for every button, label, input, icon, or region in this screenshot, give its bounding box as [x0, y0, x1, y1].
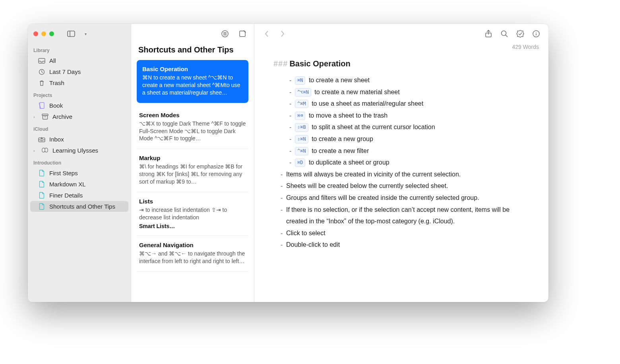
sidebar-item[interactable]: Shortcuts and Other Tips	[30, 201, 128, 212]
zoom-window-button[interactable]	[49, 31, 54, 36]
svg-rect-15	[240, 31, 245, 37]
sidebar-item-label: Trash	[49, 79, 64, 86]
sheet-card[interactable]: Basic Operation⌘N to create a new sheet …	[137, 60, 248, 103]
sidebar: ▾ LibraryAllLast 7 DaysTrashProjectsBook…	[28, 24, 131, 302]
card-title: Lists	[139, 198, 246, 205]
shortcut-item: ^⌥⌘N to create a new material sheet	[295, 86, 529, 98]
svg-line-18	[506, 35, 508, 37]
sidebar-section-label: Projects	[28, 89, 131, 100]
sidebar-menu-chevron-icon[interactable]: ▾	[81, 29, 90, 38]
svg-point-20	[536, 32, 537, 33]
window-titlebar: ▾	[28, 24, 131, 44]
toggle-sidebar-icon[interactable]	[67, 29, 76, 38]
sidebar-item[interactable]: Finer Details	[30, 190, 128, 201]
kbd-shortcut: ⌘N	[295, 76, 305, 85]
sheet-card[interactable]: Markup⌘\ for headings ⌘I for emphasize ⌘…	[137, 149, 248, 192]
sidebar-item-label: Book	[49, 102, 63, 109]
archive-icon	[41, 114, 48, 120]
minimize-window-button[interactable]	[41, 31, 46, 36]
close-window-button[interactable]	[33, 31, 38, 36]
shortcut-item: ⇧⌘B to split a sheet at the current curs…	[295, 121, 529, 133]
sheet-card[interactable]: Screen Modes⌥⌘X to toggle Dark Theme ^⌘F…	[137, 106, 248, 149]
sheet-card[interactable]: Lists⇥ to increase list indentation ⇧⇥ t…	[137, 192, 248, 236]
sidebar-item[interactable]: ›Archive	[30, 111, 128, 122]
kbd-shortcut: ⇧⌘B	[295, 123, 308, 132]
chevron-right-icon[interactable]: ›	[33, 114, 37, 119]
sidebar-item[interactable]: Last 7 Days	[30, 66, 128, 77]
markdown-hashes: ###	[273, 59, 288, 68]
nav-back-icon[interactable]	[262, 29, 271, 38]
new-sheet-icon[interactable]	[238, 29, 247, 38]
svg-rect-2	[39, 58, 45, 63]
nav-forward-icon[interactable]	[278, 29, 287, 38]
svg-point-17	[502, 31, 506, 36]
doc-icon	[38, 203, 45, 210]
bullet-item: Groups and filters will be created insid…	[286, 192, 529, 204]
bullet-item: Sheets will be created below the current…	[286, 180, 529, 192]
share-icon[interactable]	[484, 29, 493, 38]
kbd-shortcut: ^⌘N	[295, 147, 308, 155]
svg-rect-7	[43, 116, 47, 119]
card-preview: ⌘⌥→ and ⌘⌥← to navigate through the inte…	[139, 250, 246, 265]
sidebar-section-label: iCloud	[28, 122, 131, 134]
doc-icon	[38, 181, 45, 188]
chevron-right-icon[interactable]: ›	[33, 148, 37, 153]
sidebar-item[interactable]: ›Learning Ulysses	[30, 145, 128, 156]
sidebar-item-label: Learning Ulysses	[52, 147, 98, 154]
shortcut-text: to duplicate a sheet or group	[309, 159, 389, 166]
sidebar-item[interactable]: First Steps	[30, 168, 128, 178]
doc-icon	[38, 170, 45, 176]
kbd-shortcut: ⌘⌫	[295, 112, 305, 120]
sidebar-item-label: Inbox	[49, 136, 64, 143]
editor-document[interactable]: ###Basic Operation ⌘N to create a new sh…	[254, 52, 548, 251]
doc-heading: ###Basic Operation	[273, 56, 529, 71]
butterfly-icon	[41, 147, 48, 153]
traffic-lights	[33, 31, 54, 36]
kbd-shortcut: ⌘D	[295, 159, 305, 167]
review-icon[interactable]	[516, 29, 525, 38]
sidebar-section-label: Library	[28, 44, 131, 55]
editor-pane: 429 Words ###Basic Operation ⌘N to creat…	[254, 24, 548, 302]
sidebar-item[interactable]: Trash	[30, 77, 128, 88]
shortcut-item: ^⌘N to create a new filter	[295, 145, 529, 157]
inbox-icon	[38, 137, 45, 142]
sidebar-item-label: Finer Details	[49, 192, 83, 199]
search-icon[interactable]	[500, 29, 509, 38]
editor-toolbar	[254, 24, 548, 44]
sheet-list-toolbar	[131, 24, 254, 44]
kbd-shortcut: ⇧⌘N	[295, 135, 308, 143]
card-preview: ⌥⌘X to toggle Dark Theme ^⌘F to toggle F…	[139, 120, 246, 143]
card-subheading: Smart Lists…	[139, 223, 246, 229]
heading-text: Basic Operation	[289, 59, 350, 68]
shortcut-text: to move a sheet to the trash	[309, 112, 388, 119]
book-icon	[38, 102, 45, 109]
sidebar-item-label: Shortcuts and Other Tips	[49, 203, 115, 210]
shortcut-text: to create a new material sheet	[314, 89, 399, 95]
sidebar-item-label: Last 7 Days	[49, 68, 81, 75]
sheet-card-list: Basic Operation⌘N to create a new sheet …	[131, 60, 254, 280]
shortcut-item: ^⌘M to use a sheet as material/regular s…	[295, 98, 529, 110]
shortcut-text: to create a new group	[312, 136, 373, 142]
info-icon[interactable]	[532, 29, 541, 38]
doc-icon	[38, 192, 45, 199]
list-options-icon[interactable]	[221, 29, 229, 38]
card-title: General Navigation	[139, 242, 246, 248]
sidebar-item[interactable]: Inbox	[30, 134, 128, 145]
card-preview: ⌘N to create a new sheet ^⌥⌘N to create …	[142, 74, 243, 97]
shortcut-item: ⌘N to create a new sheet	[295, 74, 529, 86]
shortcut-list: ⌘N to create a new sheet^⌥⌘N to create a…	[273, 74, 529, 168]
app-window: ▾ LibraryAllLast 7 DaysTrashProjectsBook…	[28, 24, 548, 302]
bullet-item: Click to select	[286, 227, 529, 239]
sidebar-item[interactable]: Markdown XL	[30, 179, 128, 190]
tray-icon	[38, 58, 45, 64]
card-title: Markup	[139, 155, 246, 161]
sidebar-item-label: First Steps	[49, 170, 78, 176]
clock-icon	[38, 69, 45, 75]
sidebar-item[interactable]: Book	[30, 100, 128, 111]
card-preview: ⇥ to increase list indentation ⇧⇥ to dec…	[139, 206, 246, 221]
sheet-card[interactable]: General Navigation⌘⌥→ and ⌘⌥← to navigat…	[137, 236, 248, 272]
sidebar-section-label: Introduction	[28, 156, 131, 167]
card-preview: ⌘\ for headings ⌘I for emphasize ⌘B for …	[139, 163, 246, 186]
shortcut-text: to use a sheet as material/regular sheet	[312, 100, 423, 107]
sidebar-item[interactable]: All	[30, 55, 128, 66]
